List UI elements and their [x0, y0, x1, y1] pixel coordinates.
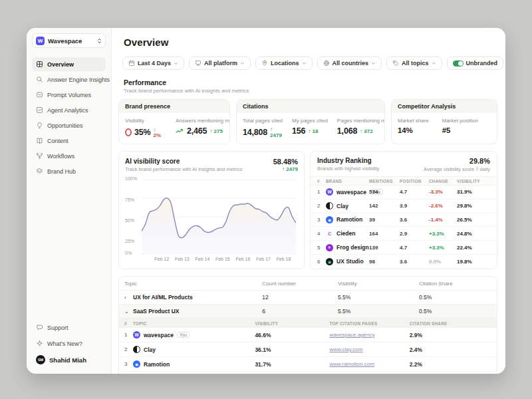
ranking-row[interactable]: 5 frFrog design 139 4.7 +3.3% 22.4%: [311, 241, 497, 255]
workspace-switcher[interactable]: W Wavespace: [32, 33, 106, 48]
sidebar-item-support[interactable]: Support: [32, 321, 106, 334]
chevron-down-icon: [174, 61, 178, 66]
sidebar-item-label: Overview: [47, 61, 74, 68]
calendar-icon: [128, 60, 135, 66]
filter-bar: Last 4 Days All platform Locations All c…: [122, 57, 497, 70]
brand-logo: ◉: [326, 258, 333, 265]
toggle-on-icon[interactable]: [453, 61, 464, 66]
ranking-row[interactable]: 3 ◉Ramotion 39 3.6 -1.4% 26.5%: [311, 213, 497, 227]
citation-page-link[interactable]: wavespace.agency: [329, 332, 409, 338]
globe-icon: [323, 60, 330, 66]
brand-logo: ◉: [326, 216, 333, 223]
unbranded-toggle-chip[interactable]: Unbranded: [447, 57, 504, 70]
sidebar-item-label: Workflows: [47, 153, 74, 160]
chart-title: AI visibility score: [125, 158, 242, 165]
sidebar-spacer: [32, 178, 106, 321]
x-tick: Feb 15: [215, 257, 230, 261]
chevron-right-icon[interactable]: ›: [124, 295, 130, 301]
chevron-updown-icon: [97, 38, 102, 44]
answers-metric: Answers mentioning me 2,465 ↑ 275: [176, 118, 230, 138]
performance-section-header: Performance Track brand performance with…: [124, 78, 497, 94]
citations-card: Citations Total pages cited 14,808 ↑ 247…: [236, 99, 385, 144]
performance-subtitle: Track brand performance with AI insights…: [124, 88, 497, 94]
filter-label: Locations: [271, 60, 299, 66]
locations-filter[interactable]: Locations: [255, 57, 313, 70]
layers-icon: [36, 168, 43, 175]
platform-filter[interactable]: All platform: [189, 57, 251, 70]
page-title: Overview: [124, 37, 497, 48]
subtable-row[interactable]: 1 WwavespaceYou 46.6% wavespace.agency 2…: [119, 328, 497, 342]
main-content: Overview Last 4 Days All platform Locati…: [112, 28, 505, 374]
message-icon: [36, 91, 43, 98]
y-tick: 0%: [125, 251, 140, 255]
filter-label: Last 4 Days: [138, 60, 171, 66]
lightbulb-icon: [36, 122, 43, 129]
topics-table: Topic Count number Visibility Citation S…: [118, 276, 497, 374]
topic-row-expanded[interactable]: ⌄SaaS Product UX 6 5.5% 0.5%: [119, 305, 497, 319]
date-range-filter[interactable]: Last 4 Days: [122, 57, 184, 70]
sidebar-item-agent-analytics[interactable]: Agent Analytics: [32, 103, 106, 117]
total-pages-metric: Total pages cited 14,808 ↑ 2479: [243, 118, 283, 138]
chevron-down-icon[interactable]: ⌄: [124, 309, 130, 315]
sidebar-item-content[interactable]: Content: [32, 134, 106, 148]
book-icon: [36, 137, 43, 144]
topic-row[interactable]: ›UX for AI/ML Products 12 5.5% 0.5%: [119, 291, 497, 305]
brand-logo: fr: [326, 244, 333, 251]
subtable-row[interactable]: 2 Clay 36.1% www.clay.com 2.4%: [119, 342, 497, 357]
x-tick: Feb 17: [256, 257, 271, 261]
visibility-metric: Visibility 35% ↓ 2%: [125, 118, 162, 138]
trend-up-icon: [176, 128, 184, 134]
sidebar-item-workflows[interactable]: Workflows: [32, 149, 106, 163]
brand-presence-card: Brand presence Visibility 35% ↓ 2% Answe…: [118, 99, 230, 144]
ranking-row[interactable]: 1 WwavespaceYou 534 4.7 -3.3% 31.9%: [311, 186, 497, 200]
user-menu[interactable]: SM Shahid Miah: [32, 352, 106, 367]
branch-icon: [36, 152, 43, 160]
countries-filter[interactable]: All countries: [317, 57, 382, 70]
sidebar-item-label: Brand Hub: [47, 168, 76, 175]
ranking-row[interactable]: 2 Clay 142 3.9 -2.6% 29.8%: [311, 200, 497, 213]
sidebar-item-overview[interactable]: Overview: [32, 57, 106, 71]
subtable-column-headers: # TOPIC VISIBILITY TOP CITATION PAGES CI…: [119, 319, 497, 328]
ranking-row[interactable]: 6 ◉UX Studio 98 3.6 0.0% 19.8%: [311, 255, 497, 269]
chevron-down-icon: [371, 61, 376, 66]
sparkle-icon: [36, 340, 43, 347]
workspace-name: Wavespace: [48, 37, 94, 45]
search-icon: [36, 76, 43, 83]
citation-page-link[interactable]: www.clay.com: [329, 346, 409, 352]
sidebar-item-label: What's New?: [47, 340, 82, 347]
pages-mentioning-metric: Pages mentioning me 1,068 ↑ 372: [337, 118, 385, 138]
ranking-row[interactable]: 4 CCieden 164 2.9 +3.3% 24.8%: [311, 227, 497, 241]
card-title: Competitor Analysis: [392, 100, 497, 113]
subtable-row[interactable]: 3 ◉Ramotion 31.7% www.ramotion.com 2.2%: [119, 357, 497, 372]
filter-label: All countries: [332, 60, 369, 66]
ranking-column-headers: # BRAND MENTIONS POSITION CHANGE VISIBIL…: [311, 176, 497, 186]
brand-logo: [326, 202, 333, 209]
chart-svg: [142, 180, 296, 254]
subtable-row[interactable]: 5 frFrog design 27.7% www.frog.co 2.8%: [119, 372, 497, 374]
citation-page-link[interactable]: www.ramotion.com: [329, 361, 409, 367]
sidebar-item-label: Answer Engine Insights: [47, 76, 110, 83]
sidebar-item-opportunities[interactable]: Opportunities: [32, 118, 106, 132]
topics-column-headers: Topic Count number Visibility Citation S…: [119, 277, 497, 291]
kpi-cards-row: Brand presence Visibility 35% ↓ 2% Answe…: [118, 99, 497, 144]
card-title: Citations: [237, 100, 384, 113]
y-tick: 50%: [125, 218, 140, 223]
sidebar-item-brand-hub[interactable]: Brand Hub: [32, 164, 106, 178]
topics-filter[interactable]: All topics: [386, 57, 442, 70]
filter-label: All topics: [402, 60, 429, 66]
sidebar-item-answer-engine-insights[interactable]: Answer Engine Insights: [32, 72, 106, 86]
line-chart: 100% 75% 50% 25% 0%: [125, 175, 298, 265]
performance-title: Performance: [124, 78, 497, 86]
sidebar-item-whats-new[interactable]: What's New?: [32, 336, 106, 350]
y-tick: 25%: [125, 239, 140, 243]
ranking-title: Industry Ranking: [317, 157, 379, 164]
sidebar-item-prompt-volumes[interactable]: Prompt Volumes: [32, 88, 106, 102]
market-share-metric: Market share 14%: [398, 118, 429, 134]
ranking-score-caption: Average visibility score 7 daily: [424, 166, 490, 172]
user-name: Shahid Miah: [49, 356, 86, 364]
competitor-analysis-card: Competitor Analysis Market share 14% Mar…: [391, 99, 497, 144]
charts-row: AI visibility score Track brand performa…: [118, 151, 497, 269]
tag-icon: [392, 60, 399, 66]
y-tick: 75%: [125, 198, 140, 202]
chat-icon: [36, 324, 43, 331]
